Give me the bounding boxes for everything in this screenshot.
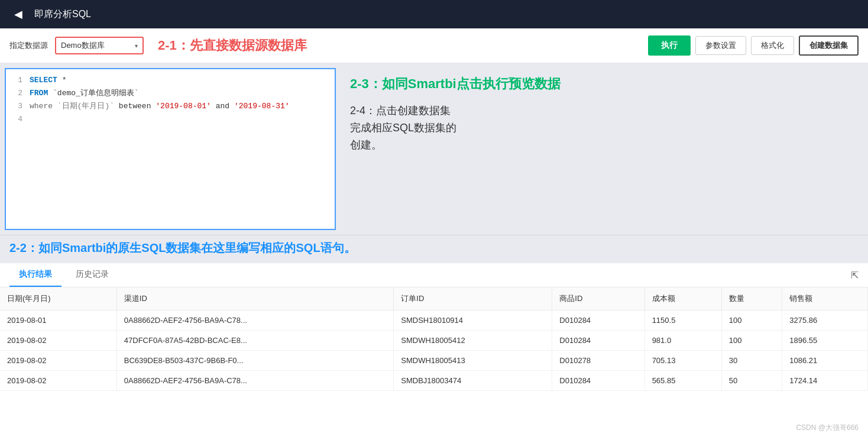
tab-history[interactable]: 历史记录	[66, 263, 118, 287]
header: ◀ 即席分析SQL	[0, 0, 868, 28]
table-cell: 1086.21	[782, 351, 868, 371]
main-content: 指定数据源 Demo数据库 ▾ 2-1：先直接数据源数据库 执行 参数设置 格式…	[0, 28, 868, 440]
table-cell: 1896.55	[782, 331, 868, 351]
toolbar-actions: 执行 参数设置 格式化 创建数据集	[648, 35, 859, 56]
table-header-row: 日期(年月日) 渠道ID 订单ID 商品ID 成本额 数量 销售额	[0, 287, 868, 310]
results-tabs: 执行结果 历史记录 ⇱	[0, 263, 868, 287]
annotation-22-bar: 2-2：如同Smartbi的原生SQL数据集在这里编写相应的SQL语句。	[0, 235, 868, 263]
table-body: 2019-08-010A88662D-AEF2-4756-BA9A-C78...…	[0, 310, 868, 391]
table-header: 日期(年月日) 渠道ID 订单ID 商品ID 成本额 数量 销售额	[0, 287, 868, 310]
table-cell: 100	[721, 331, 782, 351]
table-cell: D010284	[552, 310, 644, 331]
page-title: 即席分析SQL	[34, 8, 91, 21]
execute-button[interactable]: 执行	[648, 35, 691, 56]
table-cell: SMDBJ18003474	[394, 371, 552, 391]
sql-line-2: 2 FROM `demo_订单信息明细表`	[6, 87, 335, 100]
results-table-wrap: 日期(年月日) 渠道ID 订单ID 商品ID 成本额 数量 销售额 2019-0…	[0, 287, 868, 440]
back-button[interactable]: ◀	[9, 5, 27, 23]
table-cell: 565.85	[644, 371, 721, 391]
create-dataset-button[interactable]: 创建数据集	[799, 35, 859, 56]
sql-editor[interactable]: 1 SELECT * 2 FROM `demo_订单信息明细表` 3 where…	[5, 68, 336, 230]
table-cell: D010278	[552, 351, 644, 371]
table-cell: SMDWH18005413	[394, 351, 552, 371]
table-cell: 2019-08-02	[0, 331, 116, 351]
watermark: CSDN @大强哥666	[796, 423, 859, 433]
table-row: 2019-08-02BC639DE8-B503-437C-9B6B-F0...S…	[0, 351, 868, 371]
col-cost: 成本额	[644, 287, 721, 310]
params-button[interactable]: 参数设置	[695, 36, 746, 55]
tab-execute-results[interactable]: 执行结果	[9, 263, 61, 287]
table-row: 2019-08-0247DFCF0A-87A5-42BD-BCAC-E8...S…	[0, 331, 868, 351]
table-cell: 47DFCF0A-87A5-42BD-BCAC-E8...	[116, 331, 393, 351]
table-row: 2019-08-020A88662D-AEF2-4756-BA9A-C78...…	[0, 371, 868, 391]
datasource-value: Demo数据库	[61, 40, 105, 51]
table-row: 2019-08-010A88662D-AEF2-4756-BA9A-C78...…	[0, 310, 868, 331]
datasource-label: 指定数据源	[9, 40, 48, 51]
table-cell: D010284	[552, 331, 644, 351]
expand-icon[interactable]: ⇱	[851, 270, 859, 281]
results-area: 执行结果 历史记录 ⇱ 日期(年月日) 渠道ID 订单ID 商品ID 成本额 数…	[0, 263, 868, 440]
table-cell: 1724.14	[782, 371, 868, 391]
table-cell: 705.13	[644, 351, 721, 371]
col-qty: 数量	[721, 287, 782, 310]
annotation-22-text: 2-2：如同Smartbi的原生SQL数据集在这里编写相应的SQL语句。	[9, 241, 356, 254]
annotation-23-text: 2-3：如同Smartbi点击执行预览数据	[350, 75, 854, 93]
table-cell: 30	[721, 351, 782, 371]
chevron-down-icon: ▾	[135, 43, 138, 49]
annotation-area: 2-3：如同Smartbi点击执行预览数据 2-4：点击创建数据集 完成相应SQ…	[336, 63, 868, 235]
sql-line-1: 1 SELECT *	[6, 74, 335, 87]
table-cell: 0A88662D-AEF2-4756-BA9A-C78...	[116, 310, 393, 331]
datasource-select[interactable]: Demo数据库 ▾	[55, 37, 144, 54]
table-cell: 2019-08-02	[0, 371, 116, 391]
table-cell: 2019-08-02	[0, 351, 116, 371]
results-table: 日期(年月日) 渠道ID 订单ID 商品ID 成本额 数量 销售额 2019-0…	[0, 287, 868, 391]
sql-line-3: 3 where `日期(年月日)` between '2019-08-01' a…	[6, 100, 335, 113]
table-cell: 2019-08-01	[0, 310, 116, 331]
table-cell: D010284	[552, 371, 644, 391]
table-cell: SMDWH18005412	[394, 331, 552, 351]
col-order-id: 订单ID	[394, 287, 552, 310]
annotation-21-text: 2-1：先直接数据源数据库	[158, 37, 307, 54]
annotation-24-text: 2-4：点击创建数据集 完成相应SQL数据集的 创建。	[350, 102, 854, 153]
table-cell: BC639DE8-B503-437C-9B6B-F0...	[116, 351, 393, 371]
col-product-id: 商品ID	[552, 287, 644, 310]
table-cell: 981.0	[644, 331, 721, 351]
table-cell: 3275.86	[782, 310, 868, 331]
table-cell: 1150.5	[644, 310, 721, 331]
table-cell: 100	[721, 310, 782, 331]
table-cell: 50	[721, 371, 782, 391]
editor-area: 1 SELECT * 2 FROM `demo_订单信息明细表` 3 where…	[0, 63, 868, 235]
toolbar: 指定数据源 Demo数据库 ▾ 2-1：先直接数据源数据库 执行 参数设置 格式…	[0, 28, 868, 63]
col-sales: 销售额	[782, 287, 868, 310]
table-cell: SMDSH18010914	[394, 310, 552, 331]
format-button[interactable]: 格式化	[751, 36, 794, 55]
sql-line-4: 4	[6, 113, 335, 126]
table-cell: 0A88662D-AEF2-4756-BA9A-C78...	[116, 371, 393, 391]
col-date: 日期(年月日)	[0, 287, 116, 310]
col-channel-id: 渠道ID	[116, 287, 393, 310]
